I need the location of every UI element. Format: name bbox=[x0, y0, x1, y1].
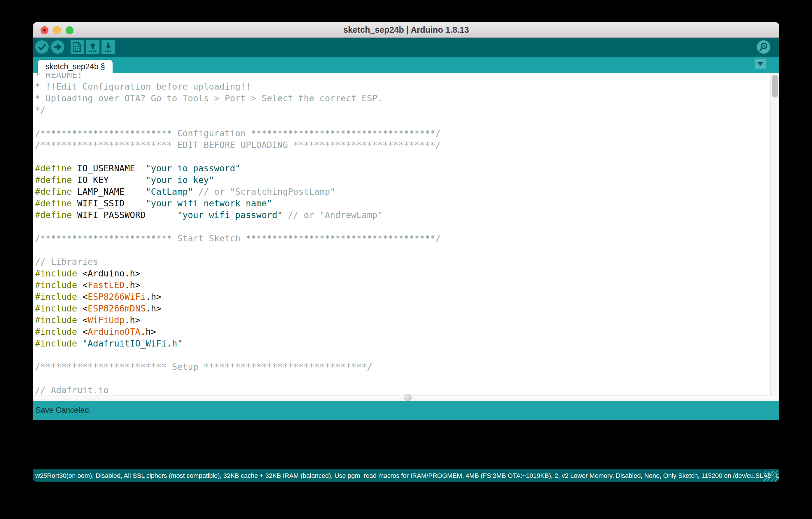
code-area[interactable]: * README:* !!Edit Configuration before u… bbox=[35, 73, 768, 396]
code-line: #define IO_KEY "your io key" bbox=[35, 174, 768, 186]
check-icon bbox=[38, 43, 47, 51]
chevron-down-icon bbox=[757, 62, 763, 66]
code-line: // Libraries bbox=[35, 256, 768, 268]
window-title: sketch_sep24b | Arduino 1.8.13 bbox=[33, 22, 779, 37]
code-line: #include <Arduino.h> bbox=[35, 268, 768, 279]
magnifier-icon bbox=[758, 42, 769, 53]
horizontal-scrollbar-thumb[interactable] bbox=[404, 394, 411, 401]
vertical-scrollbar-thumb[interactable] bbox=[772, 75, 778, 98]
toolbar bbox=[33, 38, 779, 57]
code-line: * Uploading over OTA? Go to Tools > Port… bbox=[35, 92, 768, 104]
code-line: /************************* EDIT BEFORE U… bbox=[35, 139, 768, 151]
code-line bbox=[35, 373, 768, 384]
open-button[interactable] bbox=[86, 40, 99, 54]
tab-bar: sketch_sep24b § bbox=[33, 57, 779, 73]
footer-bar: w25Rort30(on oom), Disabled, All SSL cip… bbox=[33, 469, 779, 482]
resize-grip-icon[interactable] bbox=[763, 471, 778, 481]
code-editor[interactable]: * README:* !!Edit Configuration before u… bbox=[33, 73, 779, 401]
tab-sketch-sep24b[interactable]: sketch_sep24b § bbox=[38, 60, 113, 73]
arrow-down-icon bbox=[103, 42, 113, 52]
code-line: #include <ArduinoOTA.h> bbox=[35, 326, 768, 338]
code-line: // Adafruit.io bbox=[35, 384, 768, 396]
status-bar: Save Canceled. bbox=[33, 401, 779, 420]
code-line: * !!Edit Configuration before uploading!… bbox=[35, 81, 768, 92]
desktop-background: sketch_sep24b | Arduino 1.8.13 bbox=[0, 0, 812, 519]
code-line: #include "AdafruitIO_WiFi.h" bbox=[35, 338, 768, 349]
arduino-ide-window: sketch_sep24b | Arduino 1.8.13 bbox=[33, 22, 779, 482]
code-line: * README: bbox=[35, 73, 768, 81]
code-line: /************************* Start Sketch … bbox=[35, 233, 768, 244]
code-line: #include <ESP8266WiFi.h> bbox=[35, 291, 768, 303]
code-line: /************************ Setup ********… bbox=[35, 361, 768, 373]
code-line: */ bbox=[35, 104, 768, 116]
vertical-scrollbar[interactable] bbox=[770, 73, 779, 395]
code-line: #define LAMP_NAME "CatLamp" // or "Scrat… bbox=[35, 186, 768, 198]
save-button[interactable] bbox=[102, 40, 115, 54]
code-line bbox=[35, 244, 768, 256]
new-sketch-button[interactable] bbox=[70, 40, 84, 54]
tab-list-button[interactable] bbox=[755, 59, 765, 69]
code-line: #include <WiFiUdp.h> bbox=[35, 315, 768, 326]
code-line: #include <ESP8266mDNS.h> bbox=[35, 303, 768, 315]
code-line: #include <FastLED.h> bbox=[35, 279, 768, 291]
arrow-right-icon bbox=[53, 43, 62, 51]
code-line bbox=[35, 116, 768, 128]
serial-monitor-button[interactable] bbox=[757, 40, 770, 54]
verify-button[interactable] bbox=[35, 40, 49, 54]
code-line bbox=[35, 349, 768, 361]
code-line: #define WIFI_SSID "your wifi network nam… bbox=[35, 198, 768, 209]
board-info-text: w25Rort30(on oom), Disabled, All SSL cip… bbox=[33, 472, 779, 480]
upload-button[interactable] bbox=[51, 40, 64, 54]
code-line: #define IO_USERNAME "your io password" bbox=[35, 163, 768, 174]
tab-label: sketch_sep24b § bbox=[46, 62, 105, 71]
code-line: /************************* Configuration… bbox=[35, 128, 768, 139]
code-line bbox=[35, 151, 768, 163]
code-line: #define WIFI_PASSWORD "your wifi passwor… bbox=[35, 209, 768, 221]
status-message: Save Canceled. bbox=[33, 406, 91, 415]
title-bar[interactable]: sketch_sep24b | Arduino 1.8.13 bbox=[33, 22, 779, 38]
new-document-icon bbox=[72, 42, 82, 52]
arrow-up-icon bbox=[88, 42, 98, 52]
console-output[interactable] bbox=[33, 420, 779, 469]
horizontal-scrollbar[interactable] bbox=[33, 395, 779, 401]
code-line bbox=[35, 221, 768, 233]
